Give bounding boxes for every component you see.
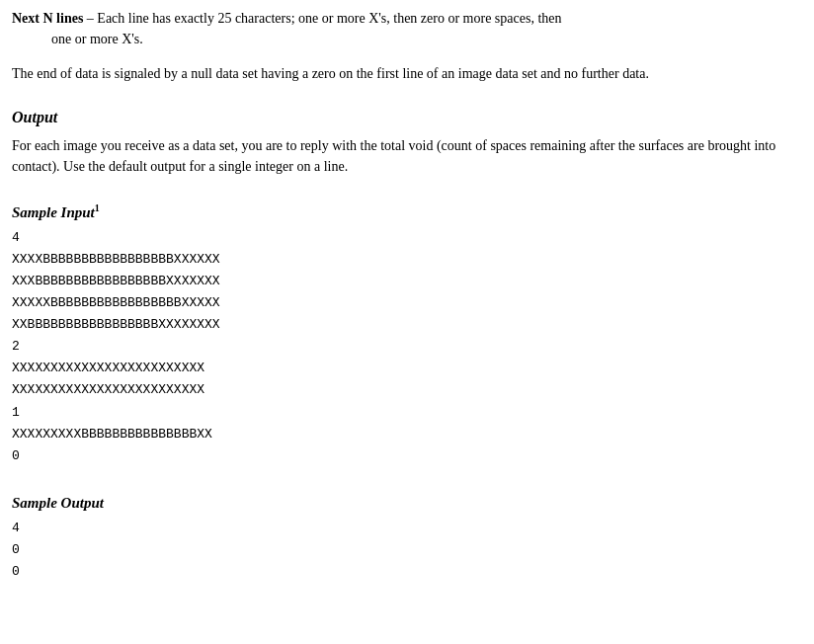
sample-input-line-10: XXXXXXXXXBBBBBBBBBBBBBBBXX — [12, 425, 802, 444]
sample-input-line-7: XXXXXXXXXXXXXXXXXXXXXXXXX — [12, 359, 802, 378]
sample-input-line-5: XXBBBBBBBBBBBBBBBBBXXXXXXXX — [12, 315, 802, 335]
sample-output-section: Sample Output 4 0 0 — [12, 492, 802, 582]
sample-input-line-1: 4 — [12, 228, 802, 248]
intro-second-line: one or more X's. — [12, 29, 802, 49]
sample-input-line-8: XXXXXXXXXXXXXXXXXXXXXXXXX — [12, 380, 802, 400]
superscript-1: 1 — [95, 202, 100, 213]
sample-output-lines: 4 0 0 — [12, 519, 802, 582]
sample-input-lines: 4 XXXXBBBBBBBBBBBBBBBBBXXXXXX XXXBBBBBBB… — [12, 228, 802, 467]
intro-first-line: Next N lines – Each line has exactly 25 … — [12, 8, 802, 29]
sample-input-line-6: 2 — [12, 337, 802, 357]
sample-input-line-11: 0 — [12, 446, 802, 466]
sample-input-line-4: XXXXXBBBBBBBBBBBBBBBBBXXXXX — [12, 293, 802, 313]
sample-input-line-2: XXXXBBBBBBBBBBBBBBBBBXXXXXX — [12, 250, 802, 270]
end-of-data-text: The end of data is signaled by a null da… — [12, 63, 802, 84]
sample-output-line-1: 4 — [12, 519, 802, 538]
dash: – — [87, 11, 94, 26]
sample-input-line-9: 1 — [12, 403, 802, 423]
n-lines-keyword: N lines — [43, 11, 84, 26]
sample-output-line-2: 0 — [12, 540, 802, 560]
output-description: For each image you receive as a data set… — [12, 135, 802, 177]
intro-section: Next N lines – Each line has exactly 25 … — [12, 8, 802, 84]
sample-input-line-3: XXXBBBBBBBBBBBBBBBBBXXXXXXX — [12, 272, 802, 291]
sample-output-heading: Sample Output — [12, 492, 802, 515]
next-keyword: Next — [12, 11, 40, 26]
sample-output-line-3: 0 — [12, 562, 802, 582]
output-heading: Output — [12, 106, 802, 129]
output-section: Output For each image you receive as a d… — [12, 106, 802, 177]
line1-text: Each line has exactly 25 characters; one… — [97, 11, 561, 26]
sample-input-section: Sample Input1 4 XXXXBBBBBBBBBBBBBBBBBXXX… — [12, 201, 802, 466]
sample-input-heading: Sample Input1 — [12, 201, 802, 224]
